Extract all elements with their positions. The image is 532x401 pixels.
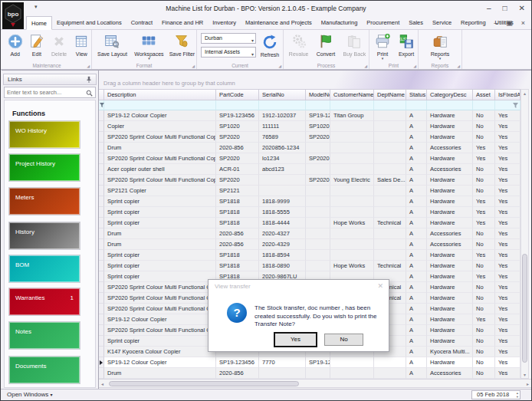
- maintenance-launcher-icon[interactable]: ◢: [87, 64, 90, 68]
- table-cell[interactable]: A: [406, 336, 427, 347]
- table-cell[interactable]: [330, 186, 374, 196]
- table-row[interactable]: Drum2020-856AAccessoriesNoYes: [99, 368, 521, 379]
- asset-type-select[interactable]: Internal Assets ▾: [201, 47, 256, 58]
- table-cell[interactable]: 2020856-1234: [259, 143, 306, 153]
- table-cell[interactable]: 1818-8594: [259, 250, 306, 261]
- filter-cell-asset[interactable]: [473, 100, 495, 110]
- table-cell[interactable]: No: [473, 347, 495, 357]
- table-cell[interactable]: A: [406, 153, 427, 164]
- table-row[interactable]: CopierSP1020111111SP1020AHardwareNoYes: [99, 121, 521, 132]
- table-cell[interactable]: [330, 250, 374, 261]
- table-cell[interactable]: No: [473, 121, 495, 132]
- filter-cell-modelno[interactable]: [306, 100, 330, 110]
- table-cell[interactable]: SP19-12: [306, 357, 330, 368]
- table-cell[interactable]: [306, 207, 330, 218]
- table-cell[interactable]: Hardware: [427, 336, 473, 347]
- table-cell[interactable]: A: [406, 304, 427, 314]
- group-by-bar[interactable]: Drag a column header here to group by th…: [99, 71, 531, 89]
- table-cell[interactable]: 2020-856: [216, 368, 259, 379]
- vertical-scrollbar[interactable]: ▴ ▾: [521, 89, 529, 379]
- table-cell[interactable]: Yes: [473, 196, 495, 207]
- column-header-deptname[interactable]: DeptName: [374, 89, 406, 100]
- table-cell[interactable]: [374, 132, 406, 143]
- table-cell[interactable]: Yes: [495, 357, 521, 368]
- table-cell[interactable]: Accessories: [427, 143, 473, 153]
- table-cell[interactable]: [374, 153, 406, 164]
- table-row[interactable]: Sprint copierSP18181818-9999AHardwareYes…: [99, 196, 521, 207]
- table-cell[interactable]: No: [473, 261, 495, 271]
- table-cell[interactable]: Yes: [495, 368, 521, 379]
- mdi-minimize-button[interactable]: –: [494, 19, 498, 27]
- table-cell[interactable]: SP19-12 Colour Copier: [104, 314, 216, 325]
- table-cell[interactable]: [306, 228, 330, 239]
- table-cell[interactable]: SP1818: [216, 250, 259, 261]
- current-launcher-icon[interactable]: ◢: [278, 64, 281, 68]
- table-cell[interactable]: [374, 186, 406, 196]
- table-cell[interactable]: Sprint copier: [104, 207, 216, 218]
- table-cell[interactable]: Hardware: [427, 132, 473, 143]
- table-cell[interactable]: Yes: [495, 175, 521, 186]
- table-cell[interactable]: Yes: [495, 336, 521, 347]
- table-cell[interactable]: A: [406, 347, 427, 357]
- table-cell[interactable]: No: [473, 239, 495, 250]
- reports-launcher-icon[interactable]: ◢: [457, 64, 460, 68]
- export-button[interactable]: XLSX Export: [395, 31, 418, 60]
- table-cell[interactable]: A: [406, 132, 427, 143]
- table-cell[interactable]: 2020-856: [216, 228, 259, 239]
- table-cell[interactable]: 7770: [259, 357, 306, 368]
- table-cell[interactable]: [374, 250, 406, 261]
- table-cell[interactable]: Young Electric: [330, 175, 374, 186]
- table-cell[interactable]: No: [473, 228, 495, 239]
- table-cell[interactable]: Hardware: [427, 196, 473, 207]
- save-layout-button[interactable]: Save Layout: [94, 31, 130, 60]
- table-cell[interactable]: Drum: [104, 368, 216, 379]
- date-editor[interactable]: 05 Feb 2018 ▴▾: [471, 390, 521, 399]
- table-cell[interactable]: Hardware: [427, 153, 473, 164]
- tab-procurement[interactable]: Procurement: [362, 16, 404, 30]
- function-button-bom[interactable]: BOM: [8, 255, 80, 283]
- table-cell[interactable]: 2020-856: [216, 143, 259, 153]
- table-cell[interactable]: [306, 261, 330, 271]
- table-cell[interactable]: SP2020 Sprint Colour Multi Functional Co…: [104, 304, 216, 314]
- table-cell[interactable]: [374, 196, 406, 207]
- table-cell[interactable]: Yes: [495, 282, 521, 293]
- function-button-warranties[interactable]: Warranties1: [8, 288, 80, 316]
- table-cell[interactable]: [330, 368, 374, 379]
- table-cell[interactable]: [306, 186, 330, 196]
- table-cell[interactable]: Yes: [495, 293, 521, 304]
- table-cell[interactable]: Yes: [495, 304, 521, 314]
- table-cell[interactable]: [330, 207, 374, 218]
- table-cell[interactable]: [374, 121, 406, 132]
- search-icon[interactable]: [86, 90, 93, 97]
- open-windows-button[interactable]: Open Windows ▾: [7, 391, 53, 398]
- table-cell[interactable]: SP1818: [216, 207, 259, 218]
- table-cell[interactable]: A: [406, 186, 427, 196]
- table-cell[interactable]: 1912-102037: [259, 110, 306, 121]
- function-button-wo-history[interactable]: WO History: [8, 120, 80, 149]
- close-button[interactable]: ✕: [519, 1, 525, 16]
- table-cell[interactable]: SP2121: [216, 186, 259, 196]
- filter-cell-customername[interactable]: [330, 100, 374, 110]
- table-cell[interactable]: A: [406, 207, 427, 218]
- tab-service[interactable]: Service: [428, 16, 456, 30]
- table-cell[interactable]: Accessories: [427, 228, 473, 239]
- column-header-categorydesc[interactable]: CategoryDesc: [427, 89, 473, 100]
- tab-maintenance-and-projects[interactable]: Maintenance and Projects: [241, 16, 317, 30]
- table-cell[interactable]: A: [406, 218, 427, 228]
- table-cell[interactable]: A: [406, 282, 427, 293]
- table-cell[interactable]: [374, 368, 406, 379]
- table-cell[interactable]: A: [406, 325, 427, 336]
- table-cell[interactable]: A: [406, 250, 427, 261]
- table-cell[interactable]: SP19-12 Colour Copier: [104, 110, 216, 121]
- table-cell[interactable]: SP19-12 Colour Copier: [104, 357, 216, 368]
- table-cell[interactable]: [374, 143, 406, 153]
- minimize-button[interactable]: –: [487, 1, 491, 16]
- table-cell[interactable]: Hardware: [427, 325, 473, 336]
- table-cell[interactable]: 1818-0890: [259, 261, 306, 271]
- table-cell[interactable]: [374, 239, 406, 250]
- table-cell[interactable]: Yes: [495, 207, 521, 218]
- table-cell[interactable]: K147 Kyocera Colour Copier: [104, 347, 216, 357]
- process-launcher-icon[interactable]: ◢: [364, 64, 367, 68]
- table-cell[interactable]: Hope Works: [330, 261, 374, 271]
- table-cell[interactable]: Technical: [374, 218, 406, 228]
